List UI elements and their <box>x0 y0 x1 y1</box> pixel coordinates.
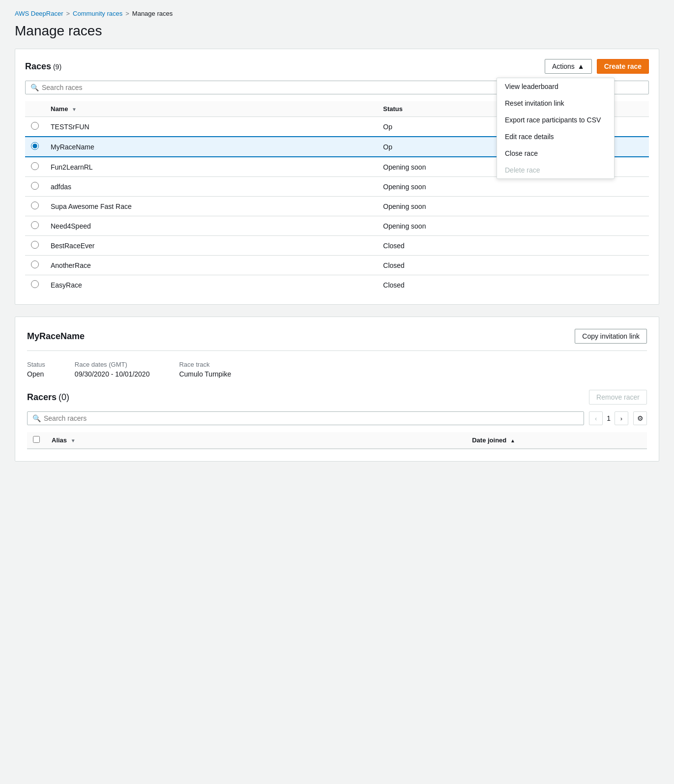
table-row[interactable]: Need4SpeedOpening soon <box>25 216 649 236</box>
remove-racer-button: Remove racer <box>589 390 647 405</box>
row-name: AnotherRace <box>45 256 377 275</box>
races-card-header: Races (9) Actions ▲ View leaderboard Res… <box>25 59 649 74</box>
settings-button[interactable]: ⚙ <box>633 411 647 425</box>
racers-header: Racers (0) Remove racer <box>27 390 647 405</box>
row-name: Fun2LearnRL <box>45 157 377 177</box>
racers-table: Alias ▼ Date joined ▲ <box>27 432 647 449</box>
races-card: Races (9) Actions ▲ View leaderboard Res… <box>15 49 659 305</box>
meta-status: Status Open <box>27 361 45 378</box>
meta-track: Race track Cumulo Turnpike <box>179 361 231 378</box>
row-radio[interactable] <box>31 122 39 130</box>
row-name: Need4Speed <box>45 216 377 236</box>
row-radio-cell <box>25 157 45 177</box>
breadcrumb-current: Manage races <box>132 10 173 17</box>
date-sort-icon: ▲ <box>510 438 515 443</box>
races-count: (9) <box>53 63 61 71</box>
table-row[interactable]: AnotherRaceClosed <box>25 256 649 275</box>
row-name: adfdas <box>45 177 377 197</box>
detail-title: MyRaceName <box>27 331 85 342</box>
name-sort-icon: ▼ <box>72 107 77 112</box>
page-title: Manage races <box>15 23 659 39</box>
header-actions: Actions ▲ View leaderboard Reset invitat… <box>545 59 649 74</box>
detail-header: MyRaceName Copy invitation link <box>27 329 647 351</box>
dates-value: 09/30/2020 - 10/01/2020 <box>75 370 150 378</box>
col-name-header[interactable]: Name ▼ <box>45 101 377 117</box>
create-race-button[interactable]: Create race <box>597 59 649 74</box>
actions-arrow-icon: ▲ <box>578 62 585 70</box>
dropdown-close-race[interactable]: Close race <box>497 145 614 162</box>
dropdown-export-csv[interactable]: Export race participants to CSV <box>497 112 614 128</box>
table-row[interactable]: BestRaceEverClosed <box>25 236 649 256</box>
table-row[interactable]: adfdasOpening soon <box>25 177 649 197</box>
row-radio[interactable] <box>31 142 39 150</box>
row-radio[interactable] <box>31 241 39 249</box>
table-row[interactable]: Supa Awesome Fast RaceOpening soon <box>25 197 649 216</box>
row-radio[interactable] <box>31 182 39 190</box>
breadcrumb-root[interactable]: AWS DeepRacer <box>15 10 63 17</box>
dropdown-edit-details[interactable]: Edit race details <box>497 128 614 145</box>
races-title-text: Races <box>25 61 51 71</box>
dropdown-view-leaderboard[interactable]: View leaderboard <box>497 78 614 95</box>
row-status: Closed <box>377 236 649 256</box>
racers-title: Racers <box>27 392 57 402</box>
copy-invitation-button[interactable]: Copy invitation link <box>575 329 647 344</box>
row-radio[interactable] <box>31 162 39 170</box>
breadcrumb-sep2: > <box>125 10 129 17</box>
row-name: TESTSrFUN <box>45 117 377 137</box>
page-number: 1 <box>607 414 611 422</box>
dates-label: Race dates (GMT) <box>75 361 150 368</box>
col-alias-header[interactable]: Alias ▼ <box>46 432 466 449</box>
row-radio[interactable] <box>31 261 39 268</box>
pagination: ‹ 1 › <box>589 411 628 425</box>
races-card-title: Races (9) <box>25 61 61 72</box>
row-radio[interactable] <box>31 280 39 288</box>
status-value: Open <box>27 370 44 378</box>
row-radio-cell <box>25 216 45 236</box>
status-label: Status <box>27 361 45 368</box>
dropdown-reset-invitation[interactable]: Reset invitation link <box>497 95 614 112</box>
pagination-prev[interactable]: ‹ <box>589 411 603 425</box>
row-status: Opening soon <box>377 197 649 216</box>
row-radio-cell <box>25 236 45 256</box>
breadcrumb-community[interactable]: Community races <box>73 10 122 17</box>
col-radio-header <box>25 101 45 117</box>
row-name: MyRaceName <box>45 137 377 157</box>
actions-label: Actions <box>552 62 575 70</box>
select-all-checkbox[interactable] <box>33 436 40 443</box>
row-status: Closed <box>377 256 649 275</box>
detail-card: MyRaceName Copy invitation link Status O… <box>15 317 659 462</box>
actions-button[interactable]: Actions ▲ <box>545 59 592 74</box>
track-value: Cumulo Turnpike <box>179 370 231 378</box>
row-status: Opening soon <box>377 216 649 236</box>
row-radio[interactable] <box>31 202 39 209</box>
row-radio-cell <box>25 197 45 216</box>
dropdown-delete-race: Delete race <box>497 162 614 178</box>
actions-dropdown: View leaderboard Reset invitation link E… <box>497 78 615 179</box>
racers-search-icon: 🔍 <box>32 414 41 422</box>
row-radio-cell <box>25 256 45 275</box>
row-radio-cell <box>25 137 45 157</box>
track-label: Race track <box>179 361 231 368</box>
breadcrumb: AWS DeepRacer > Community races > Manage… <box>15 10 659 17</box>
search-icon: 🔍 <box>30 84 39 91</box>
racers-count: (0) <box>59 392 69 402</box>
pagination-next[interactable]: › <box>615 411 628 425</box>
row-name: BestRaceEver <box>45 236 377 256</box>
breadcrumb-sep1: > <box>66 10 70 17</box>
col-checkbox-header <box>27 432 46 449</box>
row-radio-cell <box>25 177 45 197</box>
row-radio[interactable] <box>31 221 39 229</box>
row-status: Opening soon <box>377 177 649 197</box>
racers-title-group: Racers (0) <box>27 392 69 403</box>
racers-search-row: 🔍 ‹ 1 › ⚙ <box>27 411 647 425</box>
row-radio-cell <box>25 117 45 137</box>
row-status: Closed <box>377 275 649 295</box>
table-row[interactable]: EasyRaceClosed <box>25 275 649 295</box>
racers-search-input[interactable] <box>44 414 579 422</box>
create-race-label: Create race <box>604 62 642 70</box>
alias-sort-icon: ▼ <box>71 438 76 443</box>
row-name: EasyRace <box>45 275 377 295</box>
col-date-header[interactable]: Date joined ▲ <box>466 432 647 449</box>
racers-search-box: 🔍 <box>27 411 584 425</box>
row-name: Supa Awesome Fast Race <box>45 197 377 216</box>
